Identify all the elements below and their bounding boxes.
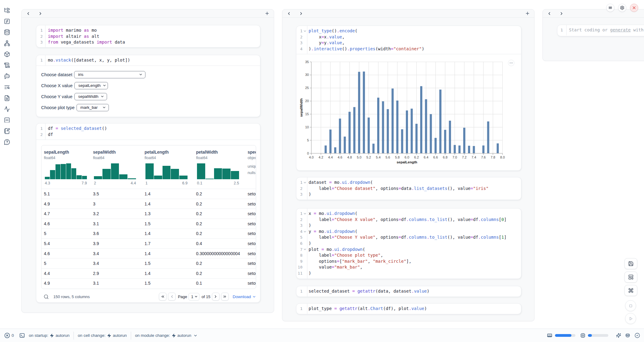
table-row[interactable]: 4.63.11.50.2setosa xyxy=(41,219,256,229)
terminal-icon[interactable] xyxy=(19,333,25,338)
column-prev-icon[interactable] xyxy=(26,11,30,16)
run-button[interactable] xyxy=(625,313,636,324)
notebook-cell[interactable]: 1plot_type = getattr(alt.Chart(df), plot… xyxy=(296,303,521,314)
connection-status-icon[interactable] xyxy=(635,333,640,338)
column-next-icon[interactable] xyxy=(299,11,303,16)
layout-button[interactable] xyxy=(624,272,637,283)
sidebar-snippets-icon[interactable] xyxy=(4,117,10,123)
code-line[interactable]: label="Choose plot type", xyxy=(309,252,521,258)
sidebar-network-icon[interactable] xyxy=(4,40,10,46)
first-page-button[interactable] xyxy=(159,293,166,301)
code-line[interactable]: ) xyxy=(309,191,521,198)
notebook-cell[interactable]: 1234567891011x = mo.ui.dropdown( label="… xyxy=(296,208,521,279)
last-page-button[interactable] xyxy=(221,293,229,301)
code-editor-placeholder[interactable]: Start coding or generate with AI. xyxy=(569,27,644,33)
code-line[interactable]: mo.vstack([dataset, x, y, plot]) xyxy=(48,57,260,63)
code-line[interactable]: label="Choose Y value", options=df.colum… xyxy=(309,234,521,240)
notebook-cell[interactable]: 1selected_dataset = getattr(data, datase… xyxy=(296,286,521,297)
runtime-config-item[interactable]: on cell change:autorun xyxy=(78,333,127,338)
fold-chevron-icon[interactable] xyxy=(303,230,307,233)
code-line[interactable]: x = mo.ui.dropdown( xyxy=(309,211,521,217)
table-column-header[interactable]: speciesobjectunique:nulls: xyxy=(248,145,256,185)
code-line[interactable]: dataset = mo.ui.dropdown( xyxy=(309,180,521,186)
add-cell-icon[interactable] xyxy=(525,11,530,16)
fold-chevron-icon[interactable] xyxy=(303,248,307,251)
error-count-icon[interactable] xyxy=(4,333,10,338)
code-line[interactable]: options=["mark_bar", "mark_circle"], xyxy=(309,258,521,265)
menu-button[interactable] xyxy=(606,4,614,12)
column-prev-icon[interactable] xyxy=(287,11,291,16)
table-column-header[interactable]: sepalWidthfloat6424.4 xyxy=(93,145,145,185)
runtime-config-item[interactable]: on module change:autorun xyxy=(135,333,198,338)
sidebar-function-square-icon[interactable] xyxy=(4,18,10,24)
column-next-icon[interactable] xyxy=(559,11,564,16)
add-cell-icon[interactable] xyxy=(265,11,270,16)
prev-page-button[interactable] xyxy=(168,293,176,301)
table-row[interactable]: 4.931.40.2setosa xyxy=(41,199,256,209)
notebook-cell[interactable]: 123dataset = mo.ui.dropdown( label="Choo… xyxy=(296,177,521,200)
notebook-cell[interactable]: 1mo.vstack([dataset, x, y, plot])Choose … xyxy=(36,55,260,117)
code-line[interactable]: ).interactive().properties(width="contai… xyxy=(309,46,521,52)
column-next-icon[interactable] xyxy=(38,11,43,16)
runtime-config-item[interactable]: on startup:autorun xyxy=(29,333,70,338)
next-page-button[interactable] xyxy=(212,293,220,301)
shutdown-x-button[interactable] xyxy=(630,4,638,12)
scratch-cell[interactable]: 1 Start coding or generate with AI. xyxy=(557,25,644,36)
code-line[interactable]: x=x.value, xyxy=(309,34,521,40)
code-line[interactable]: label="Choose X value", options=df.colum… xyxy=(309,217,521,223)
dropdown-select[interactable]: iris xyxy=(74,71,145,78)
code-line[interactable]: y=y.value, xyxy=(309,40,521,46)
sidebar-folder-tree-icon[interactable] xyxy=(4,7,10,13)
search-icon[interactable] xyxy=(44,294,49,299)
code-line[interactable]: import marimo as mo xyxy=(48,27,260,34)
notebook-cell[interactable]: 12df = selected_dataset()dfsepalLengthfl… xyxy=(36,123,260,303)
notebook-cell[interactable]: 123import marimo as moimport altair as a… xyxy=(36,25,260,48)
table-row[interactable]: 4.93.11.50.1setosa xyxy=(41,278,256,288)
dropdown-select[interactable]: mark_bar xyxy=(77,104,109,111)
code-line[interactable]: label="Choose dataset", options=data.lis… xyxy=(309,186,521,192)
sidebar-bot-message-icon[interactable] xyxy=(4,73,10,79)
code-line[interactable]: from vega_datasets import data xyxy=(48,39,260,45)
sidebar-help-circle-icon[interactable] xyxy=(4,139,10,145)
code-line[interactable]: import altair as alt xyxy=(48,34,260,40)
table-row[interactable]: 4.73.21.30.2setosa xyxy=(41,208,256,219)
sidebar-text-search-icon[interactable] xyxy=(4,84,10,90)
stop-button[interactable] xyxy=(625,300,636,311)
fold-chevron-icon[interactable] xyxy=(303,29,307,33)
code-line[interactable]: selected_dataset = getattr(data, dataset… xyxy=(309,288,521,294)
fold-chevron-icon[interactable] xyxy=(303,181,307,184)
bar-chart[interactable]: 4.04.24.44.64.85.05.25.45.65.86.06.26.46… xyxy=(296,54,521,171)
table-column-header[interactable]: sepalLengthfloat644.37.9 xyxy=(44,145,93,185)
code-line[interactable]: y = mo.ui.dropdown( xyxy=(309,229,521,235)
save-button[interactable] xyxy=(624,258,637,269)
code-line[interactable]: df = selected_dataset() xyxy=(48,126,260,132)
code-line[interactable]: ) xyxy=(309,223,521,229)
command-button[interactable] xyxy=(624,285,637,296)
fold-chevron-icon[interactable] xyxy=(303,212,307,216)
dropdown-select[interactable]: sepalLength xyxy=(74,82,108,89)
sidebar-file-text-icon[interactable] xyxy=(4,95,10,101)
sparkles-icon[interactable] xyxy=(616,333,621,338)
code-line[interactable]: ) xyxy=(309,240,521,247)
sidebar-activity-icon[interactable] xyxy=(4,106,10,112)
table-row[interactable]: 5.13.51.40.2setosa xyxy=(41,189,256,199)
table-row[interactable]: 53.41.50.2setosa xyxy=(41,258,256,268)
sidebar-scroll-text-icon[interactable] xyxy=(4,62,10,68)
table-row[interactable]: 4.42.91.40.2setosa xyxy=(41,268,256,278)
notebook-cell[interactable]: 1234plot_type().encode( x=x.value, y=y.v… xyxy=(296,26,521,171)
code-line[interactable]: ) xyxy=(309,270,521,276)
settings-button[interactable] xyxy=(618,4,626,12)
sidebar-package-icon[interactable] xyxy=(4,51,10,57)
download-button[interactable]: Download xyxy=(233,294,256,299)
code-line[interactable]: df xyxy=(48,132,260,138)
table-row[interactable]: 4.63.41.40.30000000000000004setosa xyxy=(41,248,256,258)
sidebar-database-icon[interactable] xyxy=(4,29,10,35)
sidebar-notebook-pen-icon[interactable] xyxy=(4,128,10,134)
code-line[interactable]: plot_type = getattr(alt.Chart(df), plot.… xyxy=(309,306,521,312)
column-prev-icon[interactable] xyxy=(547,11,552,16)
copilot-icon[interactable] xyxy=(625,333,631,338)
page-select[interactable]: 1 xyxy=(188,293,199,301)
table-row[interactable]: 5.43.91.70.4setosa xyxy=(41,238,256,248)
code-line[interactable]: plot = mo.ui.dropdown( xyxy=(309,247,521,253)
table-row[interactable]: 53.61.40.2setosa xyxy=(41,229,256,239)
